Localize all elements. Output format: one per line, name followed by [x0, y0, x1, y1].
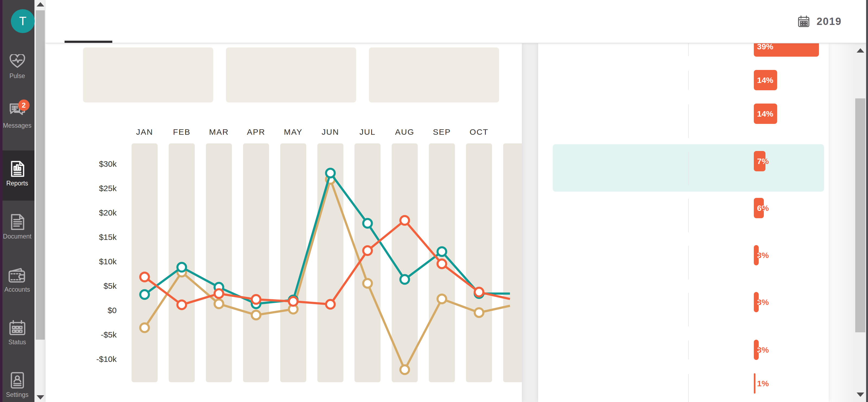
data-point: [140, 324, 149, 332]
expense-percent-bar: 3%: [754, 245, 759, 265]
data-point: [400, 365, 409, 374]
expense-row[interactable]: 1% 1%: [553, 367, 824, 402]
left-scrollbar-thumb[interactable]: [36, 10, 45, 340]
data-point: [215, 289, 223, 298]
data-point: [252, 295, 260, 304]
sidebar-item-accounts[interactable]: Accounts: [0, 267, 34, 293]
sidebar-item-messages[interactable]: 2 Messages: [0, 103, 34, 129]
wallet-icon: [8, 267, 27, 283]
period-year[interactable]: 2019: [816, 16, 842, 27]
expense-percent-label: 14%: [757, 104, 773, 124]
month-label: OCT: [463, 127, 495, 137]
data-point: [400, 216, 409, 225]
app-window: T Pulse 2 Messages Reports Document Acco…: [0, 0, 868, 402]
month-label: SEP: [426, 127, 458, 137]
expense-percent-bar: 14%: [754, 70, 777, 90]
data-point: [363, 279, 372, 288]
data-point: [177, 300, 186, 309]
summary-card-net-profit: [369, 47, 499, 102]
expense-row[interactable]: 3% 3%: [553, 285, 824, 333]
y-axis-label: $10k: [70, 257, 117, 266]
expense-percent-bar: 1%: [754, 373, 755, 394]
data-point: [363, 246, 372, 255]
expense-percent-label: 7%: [757, 151, 766, 171]
expense-percent-bar: 3%: [754, 292, 759, 312]
expense-percent-label: 3%: [757, 340, 759, 360]
scroll-up-icon[interactable]: [857, 48, 864, 53]
expense-percent-bar: 6%: [754, 198, 764, 218]
month-label: JAN: [128, 127, 161, 137]
y-axis-label: $0: [70, 306, 117, 315]
expense-percent-bar: 3%: [754, 340, 759, 360]
expense-row[interactable]: 39% 39%: [553, 43, 824, 63]
right-scrollbar[interactable]: [855, 43, 866, 402]
window-edge: [866, 0, 868, 402]
column-divider: [688, 43, 689, 56]
data-point: [326, 169, 335, 177]
expense-percent-label: 39%: [757, 43, 773, 57]
data-point: [140, 273, 149, 281]
sidebar-item-label: Status: [8, 339, 26, 346]
month-label: AUG: [389, 127, 421, 137]
y-axis-label: $20k: [70, 208, 117, 217]
sidebar-accent-edge: [0, 0, 2, 402]
data-point: [177, 263, 186, 272]
expense-row[interactable]: 6% 6%: [553, 191, 824, 239]
expense-percent-overflow: 3%: [757, 340, 769, 360]
expense-percent-bar: 7%: [754, 151, 766, 171]
summary-card-revenue: [83, 47, 213, 102]
column-divider: [688, 152, 689, 186]
scroll-down-icon[interactable]: [857, 393, 864, 397]
y-axis-label: $15k: [70, 233, 117, 242]
month-label: MAR: [203, 127, 235, 137]
month-label: JUL: [351, 127, 384, 137]
left-scrollbar[interactable]: [35, 0, 45, 402]
month-label: FEB: [165, 127, 198, 137]
expense-list-panel: 39% 39% 14% 14% 14% 14% 7% 7% 6% 6% 3%: [538, 43, 829, 402]
expense-row[interactable]: 14% 14%: [553, 97, 824, 144]
sidebar-item-document[interactable]: Document: [0, 213, 34, 240]
sidebar-item-status[interactable]: Status: [0, 319, 34, 346]
expense-percent-label: 6%: [757, 198, 764, 218]
expense-percent-bar: 14%: [754, 104, 777, 124]
expense-row[interactable]: 7% 7%: [553, 144, 824, 192]
series-line-expenses: [145, 221, 510, 305]
sidebar-item-label: Settings: [6, 391, 29, 399]
panel-gap-shade: [829, 43, 855, 402]
month-label: APR: [240, 127, 272, 137]
month-label: MAY: [277, 127, 310, 137]
column-divider: [688, 104, 689, 138]
right-scrollbar-thumb[interactable]: [855, 98, 865, 332]
unread-count-badge: 2: [18, 99, 30, 111]
column-divider: [688, 199, 689, 232]
sidebar-item-reports[interactable]: Reports: [0, 161, 34, 187]
header: 2019: [45, 0, 866, 43]
data-point: [437, 295, 446, 303]
sidebar-item-pulse[interactable]: Pulse: [0, 53, 34, 80]
line-chart: [119, 136, 522, 402]
expense-row[interactable]: 3% 3%: [553, 333, 824, 367]
scroll-up-icon[interactable]: [37, 2, 44, 6]
avatar[interactable]: T: [11, 9, 35, 33]
document-icon: [9, 213, 25, 230]
y-axis-label: -$10k: [70, 355, 117, 364]
expense-percent-label: 3%: [757, 292, 759, 312]
sidebar-item-settings[interactable]: Settings: [0, 372, 34, 399]
sidebar-item-label: Accounts: [4, 286, 30, 293]
expense-row[interactable]: 3% 3%: [553, 238, 824, 286]
expense-percent-label: 14%: [757, 70, 773, 90]
data-point: [475, 308, 484, 317]
column-divider: [688, 246, 689, 279]
heart-pulse-icon: [9, 54, 26, 69]
month-label: JUN: [314, 127, 347, 137]
scroll-down-icon[interactable]: [37, 395, 44, 400]
sidebar-item-label: Messages: [3, 122, 31, 129]
data-point: [475, 288, 484, 297]
summary-card-expenses: [226, 47, 356, 102]
data-point: [437, 260, 446, 268]
period-selector[interactable]: 2019: [798, 0, 842, 43]
expense-row[interactable]: 14% 14%: [553, 63, 824, 97]
sidebar-item-label: Pulse: [9, 72, 25, 80]
expense-percent-label: 3%: [757, 245, 759, 265]
column-divider: [688, 293, 689, 326]
